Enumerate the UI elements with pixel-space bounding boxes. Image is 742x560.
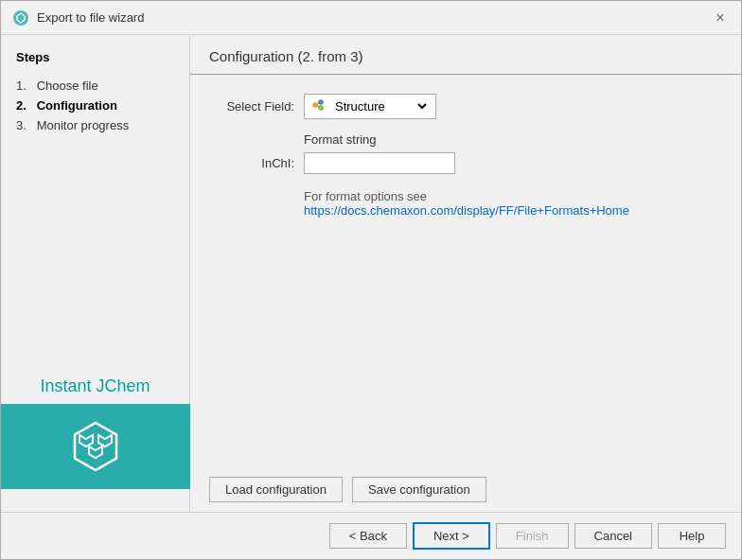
main-body: Select Field: Structu xyxy=(190,75,741,467)
steps-list: 1. Choose file 2. Configuration 3. Monit… xyxy=(16,76,174,135)
finish-button[interactable]: Finish xyxy=(496,523,569,549)
format-link-row: For format options see https://docs.chem… xyxy=(304,189,722,218)
sidebar-brand: Instant JChem xyxy=(16,376,174,497)
structure-icon xyxy=(310,97,326,115)
dialog-footer: < Back Next > Finish Cancel Help xyxy=(1,512,741,559)
inchi-input[interactable] xyxy=(304,152,455,174)
format-string-label: Format string xyxy=(304,132,722,147)
config-buttons-area: Load configuration Save configuration xyxy=(190,467,741,512)
hex-logo-icon xyxy=(67,418,124,475)
svg-line-5 xyxy=(317,106,319,107)
select-field-dropdown[interactable]: Structure xyxy=(304,94,436,119)
select-field-row: Select Field: Structu xyxy=(209,94,722,119)
main-header-title: Configuration (2. from 3) xyxy=(209,48,363,64)
step-2-number: 2. xyxy=(16,98,33,113)
structure-select[interactable]: Structure xyxy=(331,98,430,114)
svg-point-1 xyxy=(313,103,318,108)
step-1-number: 1. xyxy=(16,79,33,93)
steps-title: Steps xyxy=(16,50,174,64)
step-3-label: Monitor progress xyxy=(37,118,130,132)
cancel-button[interactable]: Cancel xyxy=(574,523,652,549)
inchi-label: InChI: xyxy=(209,156,294,170)
step-2-label: Configuration xyxy=(37,98,117,113)
dialog-title: Export to file wizard xyxy=(37,10,144,25)
close-button[interactable]: × xyxy=(711,9,730,27)
titlebar-left: Export to file wizard xyxy=(12,9,144,26)
app-icon xyxy=(12,9,29,26)
svg-point-3 xyxy=(319,106,324,111)
main-header: Configuration (2. from 3) xyxy=(190,35,741,75)
main-area: Configuration (2. from 3) Select Field: xyxy=(190,35,741,512)
format-link-prefix: For format options see xyxy=(304,189,427,203)
content: Steps 1. Choose file 2. Configuration 3.… xyxy=(1,35,741,512)
step-3: 3. Monitor progress xyxy=(16,115,174,135)
save-configuration-button[interactable]: Save configuration xyxy=(352,477,486,502)
format-link[interactable]: https://docs.chemaxon.com/display/FF/Fil… xyxy=(304,203,629,218)
help-button[interactable]: Help xyxy=(658,523,726,549)
svg-point-2 xyxy=(319,100,324,105)
select-field-label: Select Field: xyxy=(209,99,294,114)
back-button[interactable]: < Back xyxy=(329,523,407,549)
brand-name: Instant JChem xyxy=(16,376,174,396)
svg-line-4 xyxy=(317,103,319,104)
step-2: 2. Configuration xyxy=(16,96,174,115)
next-button[interactable]: Next > xyxy=(413,522,490,550)
sidebar: Steps 1. Choose file 2. Configuration 3.… xyxy=(1,35,190,512)
titlebar: Export to file wizard × xyxy=(1,1,741,35)
brand-logo xyxy=(1,404,190,489)
load-configuration-button[interactable]: Load configuration xyxy=(209,477,343,502)
step-1: 1. Choose file xyxy=(16,76,174,96)
step-3-number: 3. xyxy=(16,118,33,132)
step-1-label: Choose file xyxy=(37,79,98,93)
inchi-row: InChI: xyxy=(209,152,722,174)
dialog: Export to file wizard × Steps 1. Choose … xyxy=(0,0,742,560)
